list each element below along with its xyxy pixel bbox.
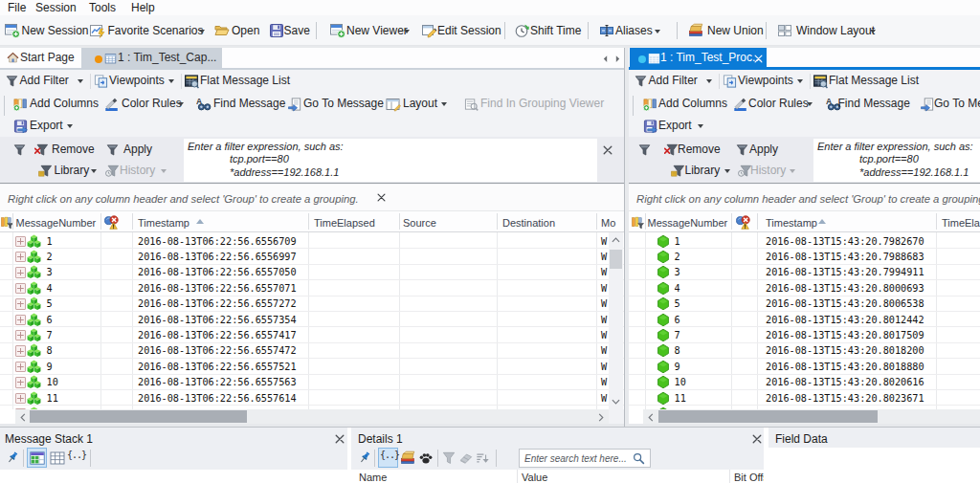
table-row[interactable]: 22016-08-13T06:22:56.6556997W (0, 249, 625, 264)
color-rules-button[interactable]: Color Rules (748, 97, 809, 110)
shift-time-button-label[interactable]: Shift Time (530, 24, 581, 37)
panel-close-icon[interactable] (335, 434, 345, 444)
menu-item[interactable]: Tools (89, 1, 116, 14)
braces-view-icon[interactable]: {..} (67, 450, 86, 460)
edit-session-button-label[interactable]: Edit Session (437, 24, 501, 37)
expander-icon[interactable] (15, 315, 27, 326)
column-header-timeelapsed[interactable]: TimeElapsed (314, 217, 375, 229)
filter-library-button[interactable]: Library (685, 164, 721, 177)
expander-icon[interactable] (15, 283, 27, 295)
table-row[interactable]: 82016-08-13T15:43:20.8018200 (629, 343, 980, 359)
expander-icon[interactable] (15, 298, 27, 310)
filter-history-button[interactable]: History (120, 164, 155, 177)
tab-document[interactable]: 1 : Tim_Test_Cap... (81, 48, 222, 68)
scroll-left-icon[interactable] (19, 413, 27, 422)
scrollbar-thumb[interactable] (610, 250, 622, 269)
table-row[interactable]: 92016-08-13T06:22:56.6557521W (0, 359, 625, 374)
paw-icon[interactable] (418, 450, 434, 466)
filter-icon[interactable] (442, 451, 456, 465)
horizontal-scrollbar[interactable] (15, 409, 609, 424)
scrollbar-thumb[interactable] (30, 410, 247, 423)
table-row[interactable]: 32016-08-13T15:43:20.7994911 (629, 265, 980, 280)
menu-item[interactable]: Help (131, 1, 155, 14)
eraser-icon[interactable] (459, 451, 473, 465)
diagnosis-column-icon[interactable] (736, 215, 750, 230)
column-header-timestamp[interactable]: Timestamp (766, 217, 817, 229)
pin-icon[interactable] (6, 450, 19, 465)
tab-scroll-right-icon[interactable] (613, 55, 622, 63)
tab-document[interactable]: 1 : Tim_Test_Proc... (630, 48, 767, 68)
go-to-message-button[interactable]: Go To Message (934, 97, 980, 110)
apply-filter-button[interactable]: Apply (123, 143, 152, 156)
viewpoints-label[interactable]: Viewpoints (109, 74, 165, 87)
column-chooser-icon[interactable] (1, 216, 13, 230)
add-columns-button[interactable]: Add Columns (30, 97, 99, 110)
plain-grid-view-icon[interactable] (50, 450, 65, 466)
details-search-input[interactable] (519, 449, 651, 468)
scrollbar-thumb[interactable] (658, 410, 878, 423)
search-input[interactable] (524, 450, 634, 466)
table-row[interactable]: 42016-08-13T15:43:20.8000693 (629, 280, 980, 296)
table-row[interactable]: 22016-08-13T15:43:20.7988683 (629, 249, 980, 264)
column-header-source[interactable]: Source (403, 217, 436, 229)
scroll-up-icon[interactable] (612, 236, 620, 244)
panel-close-icon[interactable] (752, 434, 762, 444)
field-chooser-icon[interactable] (400, 450, 415, 466)
flat-message-list-label[interactable]: Flat Message List (829, 74, 919, 87)
table-row[interactable]: 102016-08-13T15:43:20.8020616 (629, 375, 980, 390)
expander-icon[interactable] (15, 236, 27, 248)
expander-icon[interactable] (15, 362, 27, 373)
column-header-timeelapsed[interactable]: TimeElapsed (942, 217, 980, 229)
favorite-scenarios-button-label[interactable]: Favorite Scenarios (108, 24, 204, 37)
grouping-hint-close-icon[interactable] (377, 193, 386, 202)
column-header-timestamp[interactable]: Timestamp (138, 217, 189, 229)
column-header-messagenumber[interactable]: MessageNumber (648, 217, 728, 229)
find-message-button[interactable]: Find Message (213, 97, 285, 110)
table-row[interactable]: 102016-08-13T06:22:56.6557563W (0, 375, 625, 390)
column-header-destination[interactable]: Destination (502, 217, 555, 229)
horizontal-scrollbar[interactable] (643, 409, 980, 424)
expander-icon[interactable] (15, 377, 27, 388)
window-layout-button-label[interactable]: Window Layout (796, 24, 875, 37)
add-filter-label[interactable]: Add Filter (20, 74, 69, 87)
table-row[interactable]: 62016-08-13T06:22:56.6557354W (0, 312, 625, 327)
expander-icon[interactable] (15, 267, 27, 278)
table-row[interactable]: 72016-08-13T15:43:20.8017509 (629, 327, 980, 342)
vertical-scrollbar[interactable] (609, 232, 623, 409)
table-row[interactable]: 52016-08-13T15:43:20.8006538 (629, 296, 980, 312)
tab-start-page[interactable]: Start Page (0, 48, 81, 68)
export-button[interactable]: Export (658, 119, 692, 132)
details-column-name[interactable]: Name (359, 472, 387, 483)
expander-icon[interactable] (15, 345, 27, 357)
column-header-module[interactable]: Mo (601, 217, 615, 229)
menu-item[interactable]: File (8, 1, 26, 14)
menu-item[interactable]: Session (35, 1, 77, 14)
expander-icon[interactable] (15, 393, 27, 405)
filter-library-button[interactable]: Library (55, 164, 90, 177)
expander-icon[interactable] (15, 252, 27, 263)
column-header-messagenumber[interactable]: MessageNumber (16, 217, 97, 229)
remove-filter-button[interactable]: Remove (52, 143, 95, 156)
details-column-value[interactable]: Value (522, 472, 547, 483)
table-row[interactable]: 42016-08-13T06:22:56.6557071W (0, 280, 625, 296)
open-button-label[interactable]: Open (232, 24, 259, 37)
table-row[interactable]: 82016-08-13T06:22:56.6557472W (0, 343, 625, 359)
new-union-button-label[interactable]: New Union (707, 24, 764, 37)
expander-icon[interactable] (15, 330, 27, 341)
sort-list-icon[interactable] (476, 451, 490, 465)
table-row[interactable]: 92016-08-13T15:43:20.8018880 (629, 359, 980, 374)
scroll-left-icon[interactable] (647, 413, 655, 422)
layout-button[interactable]: Layout (403, 97, 437, 110)
filter-expression-input[interactable]: Enter a filter expression, such as:tcp.p… (184, 139, 597, 182)
filter-expression-input[interactable]: Enter a filter expression, such as:tcp.p… (813, 139, 980, 182)
column-chooser-icon[interactable] (632, 216, 644, 230)
add-filter-label[interactable]: Add Filter (649, 74, 698, 87)
table-row[interactable]: 52016-08-13T06:22:56.6557272W (0, 296, 625, 312)
aliases-button-label[interactable]: Aliases (615, 24, 653, 37)
table-row[interactable]: 112016-08-13T06:22:56.6557614W (0, 390, 625, 406)
viewpoints-label[interactable]: Viewpoints (738, 74, 793, 87)
search-icon[interactable] (633, 452, 645, 465)
scroll-down-icon[interactable] (612, 398, 620, 406)
remove-filter-button[interactable]: Remove (678, 143, 721, 156)
table-row[interactable]: 12016-08-13T06:22:56.6556709W (0, 233, 625, 249)
